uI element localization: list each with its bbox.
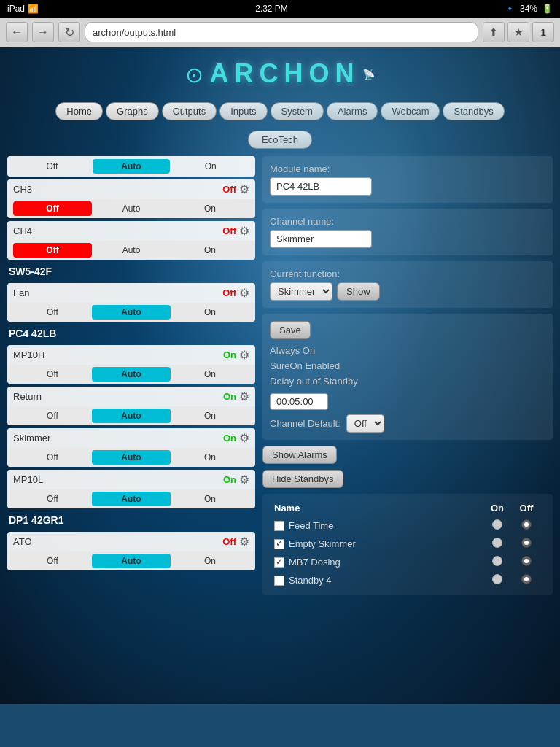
ato-gear-icon[interactable]: ⚙ [239,535,249,549]
mp10h-toggle-off[interactable]: Off [13,367,92,382]
ch4-gear-icon[interactable]: ⚙ [239,224,249,238]
mb7-dosing-radio-on[interactable] [492,556,502,566]
nav-alarms[interactable]: Alarms [327,102,378,120]
carrier-label: iPad [7,4,25,14]
wifi-icon: 📶 [28,4,39,14]
function-section: Current function: Skimmer Return Fan Lig… [262,261,553,308]
fan-toggle-off[interactable]: Off [13,305,92,320]
standby-row-mb7-dosing: MB7 Dosing [268,553,547,571]
ato-toggle-off[interactable]: Off [13,554,92,568]
fan-toggle-auto[interactable]: Auto [92,305,171,320]
tab-count[interactable]: 1 [532,22,554,42]
logo-icon: ⊙ [185,62,203,88]
current-function-label: Current function: [270,268,545,279]
show-button[interactable]: Show [337,282,380,301]
nav-graphs[interactable]: Graphs [106,102,159,120]
right-panel: Module name: Channel name: Current funct… [262,156,553,595]
skimmer-toggle: Off Auto On [7,448,255,467]
mp10h-toggle-on[interactable]: On [171,367,249,382]
empty-skimmer-radio-off[interactable] [521,538,532,548]
top-toggle-group: Off Auto On [7,156,255,177]
mp10l-toggle-off[interactable]: Off [13,492,92,506]
nav-standbys[interactable]: Standbys [443,102,504,120]
mp10l-toggle-auto[interactable]: Auto [92,492,171,506]
mp10h-gear-icon[interactable]: ⚙ [239,348,249,362]
empty-skimmer-label: Empty Skimmer [289,538,356,549]
skimmer-toggle-off[interactable]: Off [13,450,92,465]
mb7-dosing-checkbox[interactable] [274,557,284,568]
toggle-on[interactable]: On [171,159,249,174]
ch4-toggle-on[interactable]: On [171,243,249,258]
feed-time-checkbox[interactable] [274,521,284,531]
module-section: Module name: [262,156,553,203]
ch4-toggle-auto[interactable]: Auto [92,243,171,258]
bookmark-button[interactable]: ★ [508,22,529,42]
return-toggle-auto[interactable]: Auto [92,409,171,423]
delay-time-input[interactable] [270,393,328,410]
channel-default-label: Channel Default: [270,418,341,429]
feed-time-radio-on[interactable] [492,519,502,530]
toggle-auto[interactable]: Auto [93,159,171,174]
channels-panel: Off Auto On CH3 Off ⚙ Off Auto On [7,156,255,595]
skimmer-gear-icon[interactable]: ⚙ [239,431,249,445]
battery-icon: 🔋 [542,4,553,14]
mp10h-toggle-auto[interactable]: Auto [92,367,171,382]
return-gear-icon[interactable]: ⚙ [239,390,249,403]
skimmer-row: Skimmer On ⚙ [7,428,255,448]
ato-toggle-on[interactable]: On [171,554,249,568]
fan-toggle: Off Auto On [7,303,255,322]
ato-toggle-auto[interactable]: Auto [92,554,171,568]
mp10l-toggle: Off Auto On [7,489,255,508]
ch3-toggle: Off Auto On [7,199,255,218]
fan-gear-icon[interactable]: ⚙ [239,286,249,300]
save-button[interactable]: Save [270,321,311,339]
share-button[interactable]: ⬆ [483,22,505,42]
address-bar[interactable]: archon/outputs.html [85,22,478,42]
channel-name-input[interactable] [270,230,372,248]
ch3-gear-icon[interactable]: ⚙ [239,182,249,196]
nav-inputs[interactable]: Inputs [219,102,267,120]
toggle-off[interactable]: Off [13,159,91,174]
module-name-input[interactable] [270,177,372,196]
ch4-toggle-off[interactable]: Off [13,243,92,258]
standby4-radio-on[interactable] [492,574,502,584]
channel-default-select[interactable]: Off On [346,414,384,433]
standby4-checkbox[interactable] [274,576,284,586]
return-toggle-off[interactable]: Off [13,409,92,423]
reload-button[interactable]: ↻ [58,22,80,42]
standby4-radio-off[interactable] [521,574,532,584]
mp10l-toggle-on[interactable]: On [171,492,249,506]
standby-row-empty-skimmer: Empty Skimmer [268,535,547,553]
empty-skimmer-checkbox[interactable] [274,539,284,549]
bluetooth-icon: 🔹 [505,4,516,14]
ch3-toggle-on[interactable]: On [171,201,249,216]
ch3-toggle-auto[interactable]: Auto [92,201,171,216]
logo-text: ARCHON [210,58,360,88]
empty-skimmer-radio-on[interactable] [492,538,502,548]
pc4-header: PC4 42LB [7,325,255,342]
fan-toggle-on[interactable]: On [171,305,249,320]
mp10l-gear-icon[interactable]: ⚙ [239,473,249,487]
mb7-dosing-radio-off[interactable] [521,556,532,566]
function-select[interactable]: Skimmer Return Fan Light Heater [270,282,332,301]
feed-time-radio-off[interactable] [521,519,532,530]
mp10h-toggle: Off Auto On [7,365,255,384]
back-button[interactable]: ← [6,22,28,42]
sureon-text: SureOn Enabled [270,359,545,374]
hide-standbys-button[interactable]: Hide Standbys [262,470,343,488]
nav-ecotech[interactable]: EcoTech [248,131,312,149]
skimmer-toggle-on[interactable]: On [171,450,249,465]
show-alarms-button[interactable]: Show Alarms [262,446,337,464]
nav-system[interactable]: System [271,102,324,120]
nav-webcam[interactable]: Webcam [381,102,440,120]
forward-button[interactable]: → [32,22,54,42]
nav-home[interactable]: Home [55,102,103,120]
return-toggle-on[interactable]: On [171,409,249,423]
standbys-header: Name On Off [268,500,547,516]
standby4-label: Standby 4 [289,575,332,586]
ch3-toggle-off[interactable]: Off [13,201,92,216]
feed-time-label: Feed Time [289,520,333,531]
skimmer-toggle-auto[interactable]: Auto [92,450,171,465]
logo-area: ⊙ ARCHON 📡 [0,47,560,96]
nav-outputs[interactable]: Outputs [162,102,217,120]
